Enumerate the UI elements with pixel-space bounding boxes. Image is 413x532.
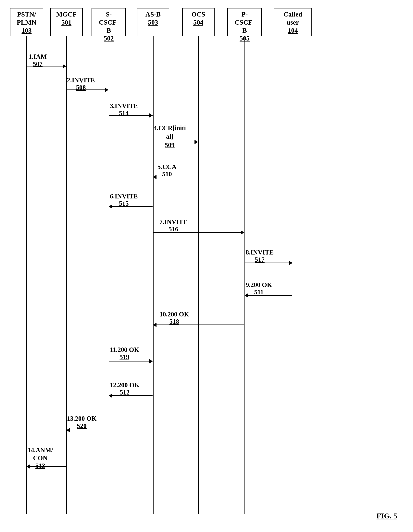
msg-4-label: 4.CCR[initial] 509 bbox=[154, 124, 186, 149]
msg-2-arrow bbox=[67, 89, 108, 90]
entity-calleduser-label: Calleduser bbox=[276, 10, 310, 27]
msg-5-text: 5.CCA bbox=[157, 163, 176, 171]
msg-10-arrow bbox=[153, 324, 244, 325]
msg-1-text: 1.IAM bbox=[29, 53, 47, 60]
entity-asb-number: 503 bbox=[139, 19, 167, 27]
vline-calleduser bbox=[293, 36, 293, 514]
vline-pcscfb bbox=[245, 36, 245, 514]
msg-12-number: 512 bbox=[110, 389, 139, 396]
msg-7-arrow bbox=[153, 232, 244, 233]
msg-1-arrow bbox=[27, 66, 66, 66]
msg-8-label: 8.INVITE 517 bbox=[246, 249, 274, 263]
entity-scscfb-label: S-CSCF-B bbox=[94, 10, 124, 34]
msg-14-arrow bbox=[27, 466, 66, 467]
entity-mgcf: MGCF 501 bbox=[50, 8, 83, 36]
msg-9-label: 9.200 OK 511 bbox=[246, 281, 272, 296]
msg-5-label: 5.CCA 510 bbox=[157, 163, 176, 178]
diagram: PSTN/ PLMN 103 MGCF 501 S-CSCF-B 502 AS-… bbox=[0, 0, 413, 532]
msg-9-number: 511 bbox=[246, 288, 272, 296]
vline-scscfb bbox=[109, 36, 109, 514]
msg-12-text: 12.200 OK bbox=[110, 381, 139, 389]
msg-2-label: 2.INVITE 508 bbox=[67, 77, 95, 91]
msg-2-number: 508 bbox=[67, 84, 95, 91]
entity-pstn: PSTN/ PLMN 103 bbox=[10, 8, 43, 36]
msg-10-number: 518 bbox=[159, 318, 189, 325]
msg-5-arrow bbox=[153, 177, 198, 177]
msg-4-text: 4.CCR[initial] bbox=[154, 124, 186, 141]
msg-3-text: 3.INVITE bbox=[110, 102, 138, 110]
msg-14-number: 513 bbox=[28, 462, 53, 470]
entity-scscfb: S-CSCF-B 502 bbox=[91, 8, 126, 36]
entity-asb: AS-B 503 bbox=[137, 8, 169, 36]
msg-9-arrow bbox=[245, 295, 292, 296]
msg-13-arrow bbox=[67, 430, 108, 430]
vline-asb bbox=[153, 36, 154, 514]
entity-calleduser-number: 104 bbox=[276, 27, 310, 35]
msg-9-text: 9.200 OK bbox=[246, 281, 272, 288]
entity-calleduser: Calleduser 104 bbox=[274, 8, 312, 36]
msg-10-label: 10.200 OK 518 bbox=[159, 311, 189, 325]
msg-7-text: 7.INVITE bbox=[159, 218, 187, 226]
vline-pstn bbox=[26, 36, 27, 514]
msg-13-text: 13.200 OK bbox=[67, 415, 97, 422]
msg-11-arrow bbox=[109, 361, 153, 361]
msg-11-label: 11.200 OK 519 bbox=[110, 346, 139, 361]
msg-7-label: 7.INVITE 516 bbox=[159, 218, 187, 233]
entity-ocs: OCS 504 bbox=[182, 8, 215, 36]
msg-12-arrow bbox=[109, 395, 153, 396]
msg-3-arrow bbox=[109, 115, 153, 116]
msg-8-arrow bbox=[245, 263, 292, 263]
msg-1-number: 507 bbox=[29, 60, 47, 68]
msg-12-label: 12.200 OK 512 bbox=[110, 381, 139, 396]
msg-8-number: 517 bbox=[246, 256, 274, 263]
entity-pstn-number: 103 bbox=[12, 27, 41, 35]
msg-2-text: 2.INVITE bbox=[67, 77, 95, 84]
msg-8-text: 8.INVITE bbox=[246, 249, 274, 256]
msg-6-label: 6.INVITE 515 bbox=[110, 193, 138, 207]
entity-mgcf-label: MGCF bbox=[52, 10, 80, 19]
entity-pstn-label: PSTN/ PLMN bbox=[12, 10, 41, 27]
msg-7-number: 516 bbox=[159, 226, 187, 233]
msg-13-label: 13.200 OK 520 bbox=[67, 415, 97, 429]
entity-ocs-label: OCS bbox=[184, 10, 212, 19]
entity-asb-label: AS-B bbox=[139, 10, 167, 19]
msg-11-text: 11.200 OK bbox=[110, 346, 139, 353]
msg-6-text: 6.INVITE bbox=[110, 193, 138, 200]
fig-label: FIG. 5 bbox=[376, 512, 397, 520]
msg-6-arrow bbox=[109, 206, 153, 207]
msg-3-label: 3.INVITE 514 bbox=[110, 102, 138, 117]
entity-pcscfb-label: P-CSCF-B bbox=[229, 10, 260, 34]
msg-14-text: 14.ANM/CON bbox=[28, 446, 53, 462]
entity-pcscfb: P-CSCF-B 505 bbox=[227, 8, 262, 36]
msg-13-number: 520 bbox=[67, 422, 97, 429]
msg-3-number: 514 bbox=[110, 110, 138, 117]
msg-4-arrow bbox=[153, 142, 198, 142]
vline-mgcf bbox=[66, 36, 67, 514]
msg-10-text: 10.200 OK bbox=[159, 311, 189, 318]
entity-ocs-number: 504 bbox=[184, 19, 212, 27]
msg-11-number: 519 bbox=[110, 353, 139, 361]
msg-1-label: 1.IAM 507 bbox=[29, 53, 47, 68]
vline-ocs bbox=[198, 36, 199, 514]
entity-mgcf-number: 501 bbox=[52, 19, 80, 27]
